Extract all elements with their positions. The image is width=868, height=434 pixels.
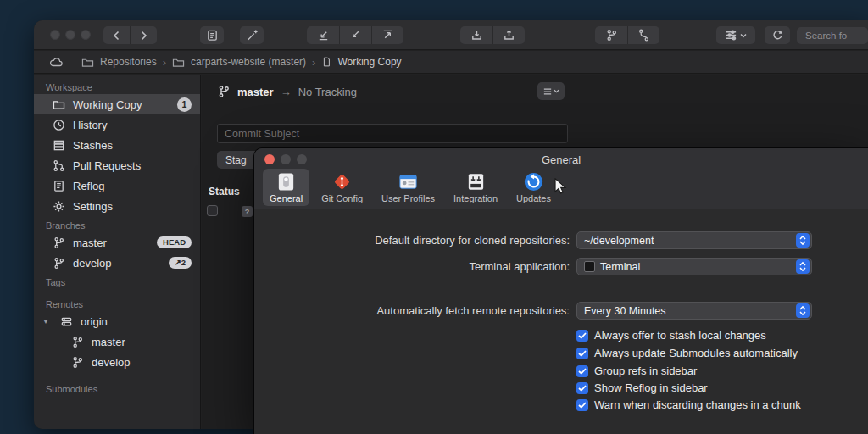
checkbox-label: Always offer to stash local changes bbox=[594, 329, 766, 342]
branch-group bbox=[595, 26, 659, 44]
commit-button[interactable] bbox=[200, 26, 224, 44]
checkbox-label: Warn when discarding changes in a chunk bbox=[594, 398, 801, 411]
field-label-terminal-app: Terminal application: bbox=[254, 258, 570, 275]
field-label-clone-directory: Default directory for cloned repositorie… bbox=[254, 231, 570, 249]
clock-icon bbox=[53, 119, 65, 131]
terminal-icon bbox=[584, 261, 595, 272]
discard-button[interactable] bbox=[240, 26, 264, 44]
branch-icon bbox=[71, 356, 84, 369]
updates-icon bbox=[523, 171, 544, 192]
close-button[interactable] bbox=[50, 30, 60, 40]
status-header: Status bbox=[209, 186, 240, 198]
tab-git-config[interactable]: Git Config bbox=[314, 169, 370, 206]
screenshot: Repositories › carparts-website (master)… bbox=[0, 0, 868, 434]
branch-icon bbox=[71, 336, 84, 348]
tracking-status: No Tracking bbox=[298, 86, 357, 98]
tab-updates[interactable]: Updates bbox=[509, 169, 558, 206]
tab-integration[interactable]: Integration bbox=[447, 169, 504, 206]
field-label-auto-fetch: Automatically fetch remote repositories: bbox=[254, 302, 570, 320]
branch-button[interactable] bbox=[595, 26, 627, 44]
commit-subject-input[interactable] bbox=[217, 124, 568, 143]
checkbox-row-update-submodules: Always update Submodules automatically bbox=[576, 346, 798, 360]
stash-group bbox=[460, 26, 525, 44]
merge-button[interactable] bbox=[627, 26, 659, 44]
checkbox-checked[interactable] bbox=[576, 348, 588, 359]
main-toolbar bbox=[34, 20, 868, 50]
tags-header: Tags bbox=[34, 277, 200, 287]
auto-fetch-dropdown[interactable]: Every 30 Minutes bbox=[576, 302, 812, 320]
tab-user-profiles[interactable]: User Profiles bbox=[375, 169, 442, 206]
branch-icon bbox=[217, 85, 231, 98]
sidebar-item-label: Settings bbox=[73, 200, 192, 213]
clone-directory-dropdown[interactable]: ~/development bbox=[576, 231, 812, 249]
repositories-icon bbox=[81, 57, 94, 68]
sidebar-remote-origin[interactable]: ▼ origin bbox=[34, 311, 200, 331]
stashes-icon bbox=[53, 139, 65, 152]
forward-button[interactable] bbox=[130, 26, 157, 44]
branch-label: develop bbox=[92, 356, 192, 369]
branches-header: Branches bbox=[34, 220, 200, 231]
settings-dropdown[interactable] bbox=[716, 26, 755, 44]
gear-icon bbox=[53, 200, 65, 213]
fetch-button[interactable] bbox=[339, 26, 371, 44]
checkbox-row-stash-local: Always offer to stash local changes bbox=[576, 328, 766, 342]
untracked-badge: ? bbox=[242, 206, 253, 217]
menu-lines-icon bbox=[543, 87, 552, 96]
refresh-button[interactable] bbox=[765, 26, 790, 44]
branch-status-row: master → No Tracking bbox=[217, 85, 357, 98]
sidebar-remote-branch-develop[interactable]: develop bbox=[34, 352, 200, 372]
file-checkbox[interactable] bbox=[207, 205, 218, 216]
mouse-cursor bbox=[554, 178, 569, 194]
sidebar-item-label: Working Copy bbox=[73, 98, 170, 111]
sidebar-item-settings[interactable]: Settings bbox=[34, 196, 200, 216]
breadcrumb-repositories[interactable]: Repositories bbox=[100, 56, 157, 68]
sidebar-item-working-copy[interactable]: Working Copy 1 bbox=[34, 94, 200, 114]
checkbox-label: Group refs in sidebar bbox=[594, 364, 697, 377]
back-button[interactable] bbox=[103, 26, 130, 44]
sliders-icon bbox=[725, 29, 737, 42]
count-badge: 1 bbox=[177, 97, 192, 112]
stage-button-label: Stag bbox=[225, 154, 247, 166]
search-field bbox=[797, 27, 868, 44]
terminal-app-dropdown[interactable]: Terminal bbox=[576, 258, 812, 275]
minimize-button[interactable] bbox=[65, 30, 75, 40]
page-icon bbox=[321, 56, 331, 68]
sidebar-remote-branch-master[interactable]: master bbox=[34, 331, 200, 352]
wand-icon bbox=[246, 29, 259, 42]
breadcrumb: Repositories › carparts-website (master)… bbox=[34, 51, 868, 74]
checkbox-checked[interactable] bbox=[576, 330, 588, 342]
pull-button[interactable] bbox=[307, 26, 339, 44]
tab-general[interactable]: General bbox=[263, 169, 309, 206]
commit-options-dropdown[interactable] bbox=[537, 82, 565, 100]
head-badge: HEAD bbox=[157, 236, 192, 248]
sidebar-item-label: Stashes bbox=[73, 139, 192, 152]
sidebar-item-history[interactable]: History bbox=[34, 114, 200, 135]
sidebar-branch-develop[interactable]: develop ↗2 bbox=[34, 253, 200, 273]
remotes-header: Remotes bbox=[34, 299, 200, 309]
stash-button[interactable] bbox=[460, 26, 492, 44]
sidebar-item-reflog[interactable]: Reflog bbox=[34, 175, 200, 196]
sidebar-branch-master[interactable]: master HEAD bbox=[34, 232, 200, 253]
push-button[interactable] bbox=[371, 26, 403, 44]
branch-icon bbox=[53, 236, 65, 249]
sidebar-item-stashes[interactable]: Stashes bbox=[34, 135, 200, 155]
checkbox-checked[interactable] bbox=[576, 399, 588, 411]
current-branch: master bbox=[237, 86, 274, 98]
dropdown-value: Terminal bbox=[600, 261, 640, 273]
disclosure-triangle[interactable]: ▼ bbox=[42, 318, 53, 326]
sidebar-item-label: History bbox=[73, 119, 192, 131]
search-input[interactable] bbox=[805, 31, 865, 41]
workspace-header: Workspace bbox=[34, 82, 200, 92]
sidebar-item-pull-requests[interactable]: Pull Requests bbox=[34, 155, 200, 175]
branch-label: master bbox=[92, 336, 192, 348]
zoom-button[interactable] bbox=[81, 30, 91, 40]
breadcrumb-repo[interactable]: carparts-website (master) bbox=[191, 56, 306, 68]
ahead-badge: ↗2 bbox=[169, 257, 192, 269]
checkbox-checked[interactable] bbox=[576, 382, 588, 394]
unstash-button[interactable] bbox=[492, 26, 525, 44]
cloud-icon bbox=[49, 57, 64, 67]
dropdown-value: ~/development bbox=[584, 235, 654, 247]
checkbox-checked[interactable] bbox=[576, 365, 588, 377]
preferences-tabs: General Git Config User Profiles Integra… bbox=[263, 169, 558, 206]
folder-icon bbox=[172, 57, 185, 68]
